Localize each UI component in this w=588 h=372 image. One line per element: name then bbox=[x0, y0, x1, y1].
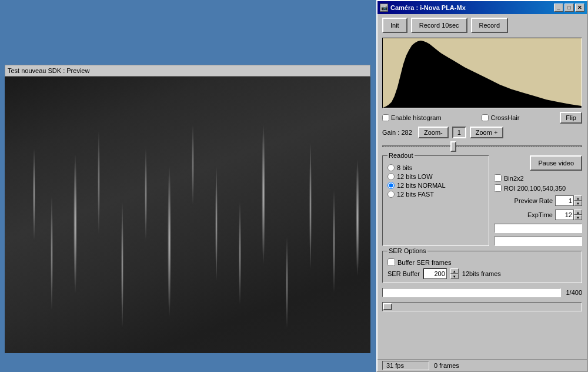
radio-8bits-label: 8 bits bbox=[397, 164, 412, 171]
preview-rate-arrows: ▲ ▼ bbox=[574, 195, 582, 206]
crosshair-label[interactable]: CrossHair bbox=[482, 114, 519, 121]
preview-title: Test nouveau SDK : Preview bbox=[8, 67, 89, 74]
radio-12bits-fast-label: 12 bits FAST bbox=[397, 191, 434, 198]
text-field-1[interactable] bbox=[494, 224, 582, 233]
preview-image bbox=[5, 77, 370, 353]
enable-histogram-text: Enable histogram bbox=[391, 114, 442, 121]
progress-bar-container bbox=[382, 288, 561, 297]
exp-time-up[interactable]: ▲ bbox=[574, 210, 582, 215]
gain-slider-row bbox=[377, 140, 587, 153]
bottom-slider-area bbox=[377, 300, 587, 314]
exp-time-spinbox: ▲ ▼ bbox=[555, 210, 582, 220]
readout-group-label: Readout bbox=[387, 152, 415, 159]
text-field-2[interactable] bbox=[494, 237, 582, 246]
exp-time-row: ExpTime ▲ ▼ bbox=[494, 210, 582, 220]
roi-checkbox[interactable] bbox=[494, 184, 502, 192]
radio-8bits-input[interactable] bbox=[387, 164, 395, 171]
panel-titlebar: 📷 Caméra : i-Nova PLA-Mx _ □ ✕ bbox=[377, 1, 587, 14]
preview-rate-spinbox: ▲ ▼ bbox=[555, 195, 582, 206]
exp-time-label: ExpTime bbox=[527, 211, 553, 218]
ser-section: SER Options Buffer SER frames SER Buffer… bbox=[382, 251, 582, 283]
bin2x2-label[interactable]: Bin2x2 bbox=[494, 174, 582, 182]
preview-title-bar: Test nouveau SDK : Preview bbox=[5, 65, 370, 77]
preview-rate-input[interactable] bbox=[555, 195, 574, 206]
ser-group-label: SER Options bbox=[387, 247, 427, 254]
roi-text: ROI 200,100,540,350 bbox=[504, 185, 566, 192]
preview-rate-row: Preview Rate ▲ ▼ bbox=[494, 195, 582, 206]
lower-section: Readout 8 bits 12 bits LOW 12 bits NORMA… bbox=[377, 153, 587, 248]
radio-12bits-fast: 12 bits FAST bbox=[387, 191, 484, 198]
roi-label[interactable]: ROI 200,100,540,350 bbox=[494, 184, 582, 192]
close-button[interactable]: ✕ bbox=[575, 4, 584, 12]
ser-row: Buffer SER frames bbox=[387, 258, 577, 266]
flip-button[interactable]: Flip bbox=[560, 112, 582, 124]
ser-buffer-down[interactable]: ▼ bbox=[450, 274, 459, 279]
bin2x2-checkbox[interactable] bbox=[494, 174, 502, 182]
toolbar: Init Record 10sec Record bbox=[377, 14, 587, 36]
preview-rate-label: Preview Rate bbox=[514, 197, 553, 204]
buffer-ser-text: Buffer SER frames bbox=[397, 259, 452, 266]
fps-text: 31 fps bbox=[386, 362, 404, 369]
gain-slider[interactable] bbox=[382, 141, 582, 151]
radio-12bits-normal-input[interactable] bbox=[387, 182, 395, 189]
radio-12bits-low-input[interactable] bbox=[387, 173, 395, 180]
ser-buffer-up[interactable]: ▲ bbox=[450, 268, 459, 274]
zoom-minus-button[interactable]: Zoom- bbox=[418, 127, 449, 138]
frame-count: 1/400 bbox=[566, 289, 582, 296]
radio-12bits-fast-input[interactable] bbox=[387, 191, 395, 198]
panel-title: Caméra : i-Nova PLA-Mx bbox=[390, 4, 466, 11]
maximize-button[interactable]: □ bbox=[564, 4, 574, 12]
record-button[interactable]: Record bbox=[471, 18, 508, 33]
gain-row: Gain : 282 Zoom- 1 Zoom + bbox=[377, 125, 587, 140]
titlebar-buttons[interactable]: _ □ ✕ bbox=[554, 4, 584, 12]
preview-rate-up[interactable]: ▲ bbox=[574, 195, 582, 201]
readout-groupbox: Readout 8 bits 12 bits LOW 12 bits NORMA… bbox=[382, 155, 489, 246]
right-controls: Pause video Bin2x2 ROI 200,100,540,350 P… bbox=[494, 155, 582, 246]
radio-12bits-low-label: 12 bits LOW bbox=[397, 173, 433, 180]
radio-12bits-normal-label: 12 bits NORMAL bbox=[397, 182, 446, 189]
status-bar: 31 fps 0 frames bbox=[377, 359, 587, 371]
ser-buffer-arrows: ▲ ▼ bbox=[450, 268, 459, 279]
ser-buffer-label: SER Buffer bbox=[387, 270, 420, 277]
bottom-slider-thumb[interactable] bbox=[383, 303, 392, 310]
ser-groupbox: SER Options Buffer SER frames SER Buffer… bbox=[382, 251, 582, 283]
crosshair-checkbox[interactable] bbox=[482, 114, 489, 121]
camera-icon: 📷 bbox=[380, 4, 388, 12]
histogram-controls-row: Enable histogram CrossHair Flip bbox=[377, 111, 587, 125]
bottom-slider-track[interactable] bbox=[382, 302, 582, 311]
ser-buffer-row: SER Buffer ▲ ▼ 12bits frames bbox=[387, 268, 577, 279]
plant-background bbox=[5, 77, 370, 353]
minimize-button[interactable]: _ bbox=[554, 4, 563, 12]
zoom-plus-button[interactable]: Zoom + bbox=[470, 127, 504, 138]
radio-12bits-low: 12 bits LOW bbox=[387, 173, 484, 180]
enable-histogram-label[interactable]: Enable histogram bbox=[382, 114, 442, 121]
frames-text: 0 frames bbox=[434, 362, 459, 369]
zoom-value: 1 bbox=[452, 127, 466, 138]
bin-roi-section: Bin2x2 ROI 200,100,540,350 bbox=[494, 174, 582, 192]
buffer-ser-checkbox[interactable] bbox=[387, 258, 395, 266]
crosshair-text: CrossHair bbox=[490, 114, 519, 121]
exp-time-input[interactable] bbox=[555, 210, 574, 220]
radio-12bits-normal: 12 bits NORMAL bbox=[387, 182, 484, 189]
preview-rate-down[interactable]: ▼ bbox=[574, 201, 582, 206]
buffer-ser-label[interactable]: Buffer SER frames bbox=[387, 258, 452, 266]
histogram-container bbox=[382, 38, 582, 108]
record10sec-button[interactable]: Record 10sec bbox=[411, 18, 467, 33]
pause-video-button[interactable]: Pause video bbox=[530, 155, 582, 171]
enable-histogram-checkbox[interactable] bbox=[382, 114, 389, 121]
preview-area: Test nouveau SDK : Preview bbox=[0, 0, 375, 372]
exp-time-arrows: ▲ ▼ bbox=[574, 210, 582, 220]
camera-panel: 📷 Caméra : i-Nova PLA-Mx _ □ ✕ Init Reco… bbox=[376, 0, 588, 372]
histogram-chart bbox=[383, 38, 582, 108]
progress-area: 1/400 bbox=[377, 285, 587, 300]
exp-time-down[interactable]: ▼ bbox=[574, 215, 582, 220]
init-button[interactable]: Init bbox=[382, 18, 407, 33]
bits-label: 12bits frames bbox=[462, 270, 501, 277]
fps-status: 31 fps bbox=[382, 361, 429, 370]
gain-label: Gain : 282 bbox=[382, 129, 415, 136]
ser-buffer-input[interactable] bbox=[423, 268, 447, 279]
titlebar-left: 📷 Caméra : i-Nova PLA-Mx bbox=[380, 4, 466, 12]
bin2x2-text: Bin2x2 bbox=[504, 175, 524, 182]
radio-8bits: 8 bits bbox=[387, 164, 484, 171]
progress-row: 1/400 bbox=[382, 288, 582, 297]
